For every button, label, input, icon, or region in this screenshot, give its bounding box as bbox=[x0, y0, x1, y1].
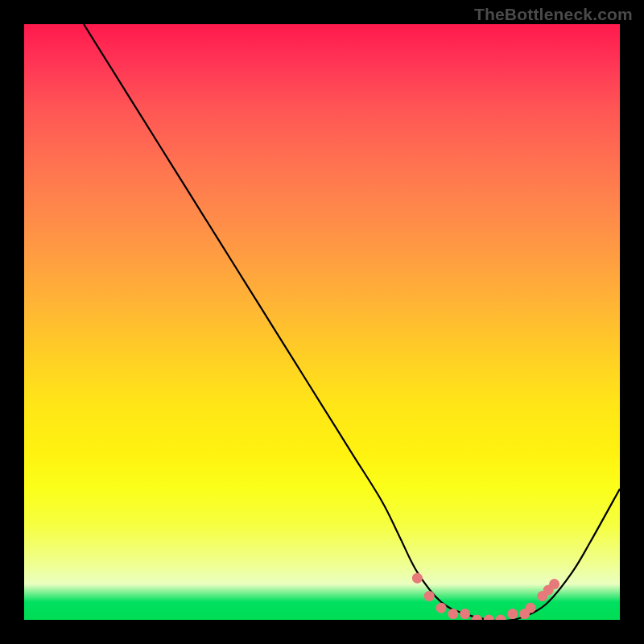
chart-svg bbox=[24, 24, 620, 620]
marker-dot bbox=[472, 615, 482, 621]
marker-dot bbox=[436, 603, 447, 613]
marker-dot bbox=[549, 579, 559, 589]
marker-dot bbox=[424, 591, 435, 601]
marker-dot bbox=[460, 609, 470, 619]
attribution-text: TheBottleneck.com bbox=[474, 5, 633, 24]
marker-dot bbox=[496, 615, 506, 621]
highlight-dots bbox=[412, 573, 559, 620]
marker-dot bbox=[484, 615, 494, 621]
marker-dot bbox=[412, 573, 423, 584]
plot-area bbox=[24, 24, 620, 620]
marker-dot bbox=[526, 603, 536, 613]
chart-frame: TheBottleneck.com bbox=[0, 0, 644, 644]
bottleneck-curve bbox=[84, 24, 620, 620]
marker-dot bbox=[448, 609, 458, 619]
marker-dot bbox=[507, 609, 518, 619]
